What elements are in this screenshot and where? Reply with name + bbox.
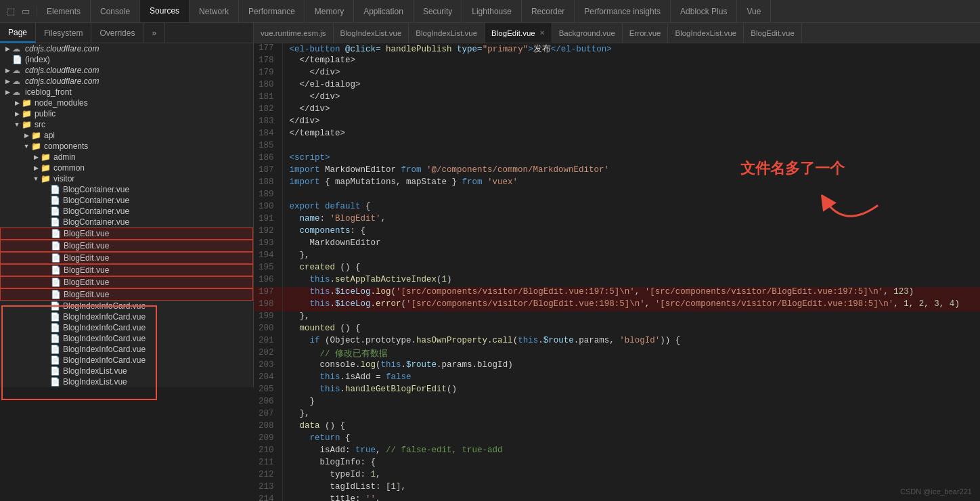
line-code-214: title: '', — [282, 494, 980, 501]
tree-item-20[interactable]: 📄BlogEdit.vue — [0, 264, 253, 276]
top-tab-memory[interactable]: Memory — [305, 0, 354, 22]
tree-label-10: admin — [53, 152, 76, 162]
line-code-189 — [282, 190, 980, 202]
sub-tab-filesystem[interactable]: Filesystem — [36, 23, 91, 43]
file-tab-blogindexlistvue[interactable]: BlogIndexList.vue — [409, 23, 485, 43]
tree-label-15: BlogContainer.vue — [63, 206, 129, 216]
code-line-187: 187import MarkdownEditor from '@/compone… — [254, 165, 980, 177]
line-number-200: 200 — [254, 324, 282, 336]
cursor-icon[interactable]: ⬚ — [5, 6, 16, 17]
tree-arrow-icon-5: ▶ — [12, 100, 22, 106]
folder-icon-7: 📁 — [22, 120, 32, 129]
tree-item-22[interactable]: 📄BlogEdit.vue — [0, 288, 253, 301]
line-code-204: this.isAdd = false — [282, 372, 980, 385]
tree-item-15[interactable]: 📄BlogContainer.vue — [0, 206, 253, 217]
line-code-180: </el-dialog> — [282, 80, 980, 92]
top-tab-console[interactable]: Console — [91, 0, 140, 22]
top-tab-network[interactable]: Network — [190, 0, 239, 22]
top-tab-adblock-plus[interactable]: Adblock Plus — [671, 0, 737, 22]
tree-item-25[interactable]: 📄BlogIndexInfoCard.vue — [0, 322, 253, 333]
top-tab-performance[interactable]: Performance — [239, 0, 305, 22]
tree-label-29: BlogIndexList.vue — [63, 366, 127, 376]
file-icon-27: 📄 — [50, 345, 61, 354]
file-tab-blogindexlistvue[interactable]: BlogIndexList.vue — [334, 23, 409, 43]
top-tab-performance-insights[interactable]: Performance insights — [575, 0, 671, 22]
tree-item-4[interactable]: ▶☁iceblog_front — [0, 87, 253, 97]
sub-tab-»[interactable]: » — [143, 23, 165, 43]
top-tab-lighthouse[interactable]: Lighthouse — [462, 0, 522, 22]
tree-item-6[interactable]: ▶📁public — [0, 108, 253, 119]
file-tab-errorvue[interactable]: Error.vue — [623, 23, 669, 43]
top-tab-vue[interactable]: Vue — [737, 0, 771, 22]
tree-item-10[interactable]: ▶📁admin — [0, 152, 253, 162]
tree-label-25: BlogIndexInfoCard.vue — [63, 323, 146, 332]
tree-item-13[interactable]: 📄BlogContainer.vue — [0, 184, 253, 195]
top-tab-recorder[interactable]: Recorder — [522, 0, 575, 22]
tree-item-21[interactable]: 📄BlogEdit.vue — [0, 276, 253, 288]
folder-icon-11: 📁 — [41, 163, 51, 173]
top-tab-application[interactable]: Application — [354, 0, 414, 22]
line-number-185: 185 — [254, 141, 282, 153]
tree-item-9[interactable]: ▼📁components — [0, 141, 253, 152]
top-tab-security[interactable]: Security — [414, 0, 462, 22]
tree-item-24[interactable]: 📄BlogIndexInfoCard.vue — [0, 311, 253, 322]
line-number-180: 180 — [254, 80, 282, 92]
line-code-186: <script> — [282, 153, 980, 165]
tree-item-2[interactable]: ▶☁cdnjs.cloudflare.com — [0, 65, 253, 76]
line-code-200: mounted () { — [282, 324, 980, 336]
file-icon-30: 📄 — [50, 377, 61, 387]
line-number-179: 179 — [254, 68, 282, 80]
file-tab-backgroundvue[interactable]: Background.vue — [552, 23, 623, 43]
code-line-197: 197 this.$iceLog.log('[src/components/vi… — [254, 287, 980, 299]
tree-item-27[interactable]: 📄BlogIndexInfoCard.vue — [0, 344, 253, 355]
sub-tab-overrides[interactable]: Overrides — [91, 23, 143, 43]
top-tabs: ElementsConsoleSourcesNetworkPerformance… — [37, 0, 771, 22]
code-line-200: 200 mounted () { — [254, 324, 980, 336]
tree-item-18[interactable]: 📄BlogEdit.vue — [0, 240, 253, 252]
line-number-184: 184 — [254, 129, 282, 141]
top-tab-elements[interactable]: Elements — [37, 0, 91, 22]
code-line-192: 192 components: { — [254, 226, 980, 238]
line-code-206: } — [282, 397, 980, 409]
file-tab-blogeditvue[interactable]: BlogEdit.vue✕ — [485, 23, 552, 43]
file-tab-vueruntime.esm.js[interactable]: vue.runtime.esm.js — [254, 23, 334, 43]
line-code-190: export default { — [282, 202, 980, 214]
tree-item-3[interactable]: ▶☁cdnjs.cloudflare.com — [0, 76, 253, 87]
tree-label-16: BlogContainer.vue — [63, 217, 129, 227]
tree-item-23[interactable]: 📄BlogIndexInfoCard.vue — [0, 301, 253, 311]
tree-arrow-icon-12: ▼ — [31, 175, 41, 182]
line-number-204: 204 — [254, 372, 282, 385]
tree-item-26[interactable]: 📄BlogIndexInfoCard.vue — [0, 333, 253, 344]
line-number-196: 196 — [254, 275, 282, 287]
line-number-214: 214 — [254, 494, 282, 501]
tree-item-14[interactable]: 📄BlogContainer.vue — [0, 195, 253, 206]
tree-item-0[interactable]: ▶☁cdnjs.cloudflare.com — [0, 43, 253, 54]
tree-label-0: cdnjs.cloudflare.com — [25, 44, 99, 53]
file-icon-25: 📄 — [50, 323, 61, 332]
mobile-icon[interactable]: ▭ — [20, 6, 31, 17]
close-tab-icon[interactable]: ✕ — [539, 29, 545, 37]
tree-item-28[interactable]: 📄BlogIndexInfoCard.vue — [0, 355, 253, 366]
line-code-202: // 修改已有数据 — [282, 348, 980, 360]
code-line-177: 177<el-button @click= handlePublish type… — [254, 43, 980, 56]
tree-item-7[interactable]: ▼📁src — [0, 119, 253, 130]
sub-tab-page[interactable]: Page — [0, 23, 36, 43]
top-tab-sources[interactable]: Sources — [140, 0, 190, 22]
tree-item-8[interactable]: ▶📁api — [0, 130, 253, 141]
code-line-209: 209 return { — [254, 433, 980, 445]
file-tab-blogeditvue[interactable]: BlogEdit.vue — [744, 23, 802, 43]
tree-item-12[interactable]: ▼📁visitor — [0, 173, 253, 184]
tree-item-5[interactable]: ▶📁node_modules — [0, 97, 253, 108]
tree-item-1[interactable]: 📄(index) — [0, 54, 253, 65]
tree-label-26: BlogIndexInfoCard.vue — [63, 334, 146, 343]
tree-item-19[interactable]: 📄BlogEdit.vue — [0, 252, 253, 264]
tree-item-16[interactable]: 📄BlogContainer.vue — [0, 217, 253, 227]
tree-item-17[interactable]: 📄BlogEdit.vue — [0, 227, 253, 240]
code-line-214: 214 title: '', — [254, 494, 980, 501]
file-tab-blogindexlistvue[interactable]: BlogIndexList.vue — [668, 23, 744, 43]
tree-item-29[interactable]: 📄BlogIndexList.vue — [0, 366, 253, 376]
folder-icon-8: 📁 — [31, 131, 42, 140]
tree-item-30[interactable]: 📄BlogIndexList.vue — [0, 376, 253, 387]
code-line-201: 201 if (Object.prototype.hasOwnProperty.… — [254, 336, 980, 348]
tree-item-11[interactable]: ▶📁common — [0, 162, 253, 173]
